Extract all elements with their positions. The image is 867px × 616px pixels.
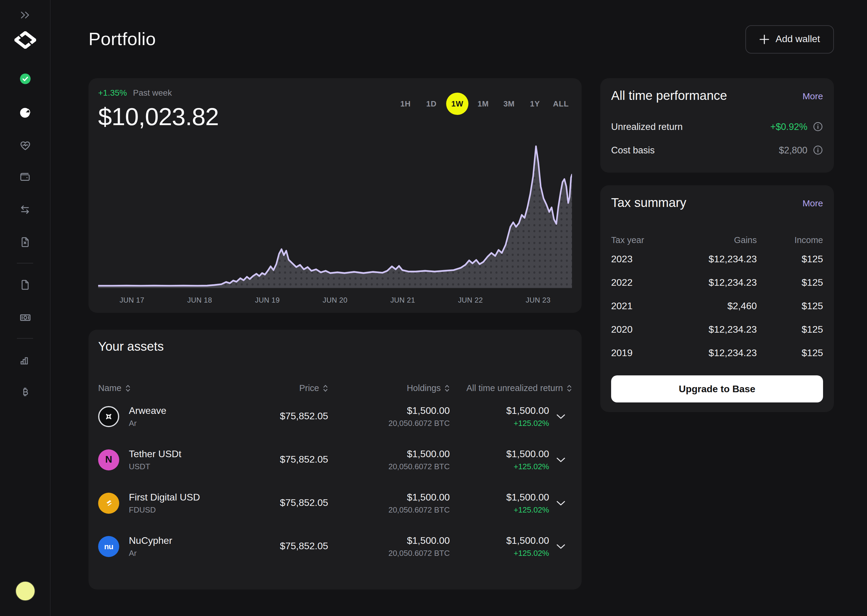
wallet-icon [19,171,31,184]
asset-holdings-qty: 20,050.6072 BTC [328,505,450,514]
asset-name: NuCypher [129,535,172,546]
tax-gains: $12,234.23 [665,347,757,358]
transfer-arrows-icon [19,203,31,216]
tax-income: $125 [757,253,823,264]
tax-year: 2022 [611,277,665,288]
chevron-down-icon [556,457,565,462]
col-gains: Gains [665,235,757,245]
asset-row-fdusd[interactable]: First Digital USD FDUSD $75,852.05 $1,50… [98,481,572,525]
expand-row-button[interactable] [549,500,572,506]
asset-price: $75,852.05 [255,411,328,422]
range-1d[interactable]: 1D [420,93,443,115]
asset-return-usd: $1,500.00 [450,535,549,546]
asset-return-pct: +125.02% [450,548,549,557]
asset-row-nucypher[interactable]: nu NuCypher Ar $75,852.05 $1,500.00 20,0… [98,525,572,568]
sort-by-name[interactable]: Name [98,383,255,393]
tax-row-2023: 2023 $12,234.23 $125 [611,247,823,271]
check-circle-icon [18,72,32,85]
tax-more-link[interactable]: More [802,198,823,208]
performance-more-link[interactable]: More [802,91,823,101]
logo-icon [14,31,36,49]
row-label: Unrealized return [611,121,683,132]
tax-year: 2019 [611,347,665,358]
info-icon[interactable] [813,145,823,155]
sidebar-item-portfolio[interactable] [0,72,50,85]
asset-holdings-usd: $1,500.00 [328,535,450,546]
tax-gains: $12,234.23 [665,253,757,264]
range-1y[interactable]: 1Y [524,93,546,115]
balance-value: $10,023.82 [98,103,219,131]
arweave-coin-icon [98,406,119,427]
asset-name: First Digital USD [129,492,200,503]
banknote-icon [18,311,32,324]
app-window: Portfolio Add wallet +1.35% Past week [0,0,867,616]
chevron-down-icon [556,544,565,549]
expand-row-button[interactable] [549,544,572,549]
tax-table-header: Tax year Gains Income [611,233,823,247]
info-icon[interactable] [813,121,823,132]
sidebar-item-health[interactable] [0,139,50,152]
sort-by-price[interactable]: Price [255,383,328,393]
x-tick: JUN 20 [301,296,369,304]
asset-symbol: Ar [129,548,172,557]
chevron-down-icon [556,500,565,506]
sort-by-return[interactable]: All time unrealized return [450,383,572,393]
balance-chart[interactable] [98,134,572,290]
bar-chart-icon [19,354,31,366]
pie-chart-icon [19,107,31,119]
range-3m[interactable]: 3M [498,93,520,115]
sidebar-item-transfers[interactable] [0,203,50,216]
asset-name: Tether USDt [129,448,181,459]
asset-holdings-usd: $1,500.00 [328,492,450,503]
unrealized-return-value: +$0.92% [770,121,807,132]
upgrade-to-base-button[interactable]: Upgrade to Base [611,376,823,402]
tax-row-2019: 2019 $12,234.23 $125 [611,341,823,365]
add-wallet-button[interactable]: Add wallet [746,25,834,53]
sidebar-item-cash[interactable] [0,311,50,324]
tether-coin-icon: N [98,449,119,470]
range-all[interactable]: ALL [550,93,572,115]
chart-area-fill [98,146,572,288]
sort-by-holdings[interactable]: Holdings [328,383,450,393]
range-1h[interactable]: 1H [394,93,417,115]
asset-holdings-usd: $1,500.00 [328,405,450,416]
sidebar-item-tax-file[interactable] [0,236,50,248]
sort-icon [323,383,328,393]
sidebar-item-bitcoin[interactable] [0,386,50,399]
x-tick: JUN 17 [98,296,166,304]
sidebar-item-analytics[interactable] [0,354,50,366]
asset-name: Arweave [129,405,167,416]
asset-symbol: Ar [129,418,167,427]
sidebar-divider [17,338,33,339]
asset-row-tether[interactable]: N Tether USDt USDT $75,852.05 $1,500.00 … [98,438,572,481]
user-avatar[interactable] [15,581,35,601]
page-title: Portfolio [88,29,156,49]
main-content: Portfolio Add wallet +1.35% Past week [50,0,867,616]
sort-icon [125,383,130,393]
assets-title: Your assets [98,339,572,354]
expand-row-button[interactable] [549,457,572,462]
add-wallet-label: Add wallet [776,34,820,44]
balance-period-label: Past week [133,88,172,97]
range-1m[interactable]: 1M [472,93,494,115]
app-logo[interactable] [0,31,50,49]
expand-row-button[interactable] [549,413,572,419]
expand-sidebar-button[interactable] [0,11,50,19]
cost-basis-value: $2,800 [779,145,807,156]
page-header: Portfolio Add wallet [88,24,834,54]
sidebar-item-wallets[interactable] [0,171,50,184]
asset-return-usd: $1,500.00 [450,405,549,416]
sidebar-item-documents[interactable] [0,278,50,291]
tax-summary-card: Tax summary More Tax year Gains Income 2… [600,185,834,412]
asset-row-arweave[interactable]: Arweave Ar $75,852.05 $1,500.00 20,050.6… [98,394,572,438]
unrealized-return-row: Unrealized return +$0.92% [611,115,823,138]
tax-year: 2023 [611,253,665,264]
sidebar-item-allocation[interactable] [0,107,50,119]
document-icon [19,278,31,291]
asset-return-usd: $1,500.00 [450,448,549,459]
asset-holdings-qty: 20,050.6072 BTC [328,462,450,471]
tax-row-2021: 2021 $2,460 $125 [611,294,823,317]
assets-table-header: Name Price Holdings All time unreal [98,381,572,394]
sidebar [0,0,50,616]
range-1w[interactable]: 1W [446,93,468,115]
